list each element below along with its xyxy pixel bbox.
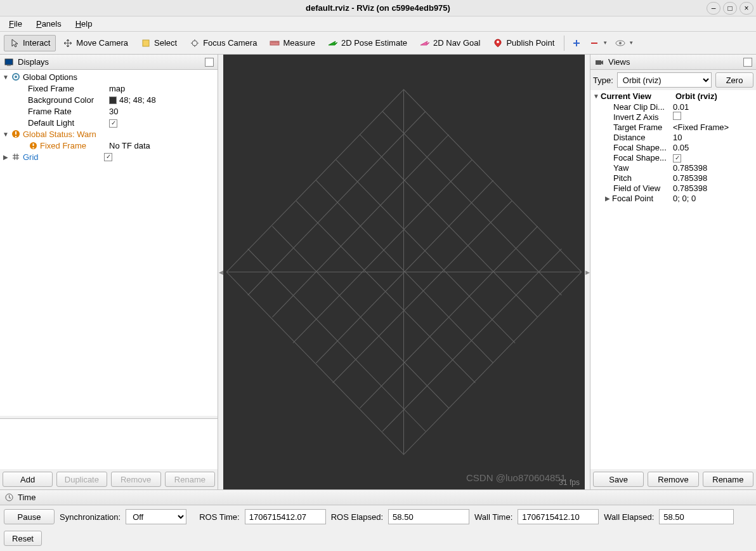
frame-rate-label[interactable]: Frame Rate — [0, 107, 109, 116]
default-light-label[interactable]: Default Light — [0, 118, 109, 128]
tool-nav-goal[interactable]: 2D Nav Goal — [414, 35, 486, 51]
svg-rect-11 — [15, 131, 16, 135]
add-button[interactable]: Add — [3, 472, 53, 487]
fixed-frame-label[interactable]: Fixed Frame — [0, 84, 109, 93]
views-title: Views — [608, 57, 630, 67]
menu-file[interactable]: File — [3, 18, 29, 30]
dropdown-icon: ▼ — [603, 40, 608, 46]
tool-measure-label: Measure — [283, 38, 315, 48]
target-frame-label[interactable]: Target Frame — [590, 123, 673, 132]
yaw-label[interactable]: Yaw — [590, 163, 673, 173]
viewport-container: 31 fps CSDN @luo870604851 — [223, 55, 585, 489]
expand-arrow[interactable]: ▶ — [3, 154, 9, 161]
tool-focus-camera[interactable]: Focus Camera — [184, 35, 263, 51]
ros-elapsed-input[interactable] — [388, 509, 469, 524]
remove-button[interactable]: Remove — [111, 472, 161, 487]
tool-measure[interactable]: Measure — [264, 35, 321, 51]
minimize-button[interactable]: – — [707, 2, 720, 15]
rename-button[interactable]: Rename — [165, 472, 215, 487]
fixed-frame-value[interactable]: map — [109, 84, 218, 93]
expand-arrow[interactable]: ▼ — [593, 93, 599, 100]
distance-value[interactable]: 10 — [673, 133, 756, 142]
displays-tree[interactable]: ▼ Global Options Fixed Framemap Backgrou… — [0, 70, 218, 416]
reset-button[interactable]: Reset — [4, 531, 42, 546]
target-frame-value[interactable]: <Fixed Frame> — [673, 123, 756, 132]
focal-shape-size-label[interactable]: Focal Shape... — [590, 143, 673, 152]
ros-elapsed-label: ROS Elapsed: — [331, 512, 383, 522]
views-remove-button[interactable]: Remove — [648, 472, 698, 487]
fov-label[interactable]: Field of View — [590, 183, 673, 193]
tool-remove-icon[interactable]: ▼ — [586, 35, 611, 51]
default-light-checkbox[interactable] — [109, 119, 117, 128]
svg-rect-15 — [32, 147, 34, 149]
pitch-label[interactable]: Pitch — [590, 173, 673, 183]
bg-color-label[interactable]: Background Color — [0, 95, 109, 105]
pitch-value[interactable]: 0.785398 — [673, 173, 756, 183]
global-options-label[interactable]: Global Options — [23, 72, 77, 82]
grid-label[interactable]: Grid — [23, 152, 104, 162]
move-icon — [63, 38, 73, 48]
view-type-select[interactable]: Orbit (rviz) — [617, 72, 712, 88]
tool-move-camera[interactable]: Move Camera — [57, 35, 134, 51]
invert-z-checkbox[interactable] — [673, 112, 681, 120]
focal-point-value[interactable]: 0; 0; 0 — [673, 194, 756, 203]
3d-viewport[interactable]: 31 fps CSDN @luo870604851 — [223, 55, 585, 489]
tool-pose-estimate[interactable]: 2D Pose Estimate — [322, 35, 413, 51]
displays-header[interactable]: Displays — [0, 55, 218, 70]
views-save-button[interactable]: Save — [593, 472, 644, 487]
invert-z-label[interactable]: Invert Z Axis — [590, 112, 673, 122]
collapse-right-handle[interactable]: ▶ — [585, 55, 590, 489]
close-button[interactable]: × — [740, 2, 753, 15]
sync-select[interactable]: Off — [126, 509, 186, 524]
tool-pose-estimate-label: 2D Pose Estimate — [341, 38, 407, 48]
ros-time-input[interactable] — [245, 509, 326, 524]
time-panel: Time Pause Synchronization: Off ROS Time… — [0, 489, 756, 551]
sync-label: Synchronization: — [60, 512, 121, 522]
displays-float-checkbox[interactable] — [205, 58, 214, 67]
time-header[interactable]: Time — [0, 490, 756, 505]
wall-time-input[interactable] — [518, 509, 599, 524]
svg-rect-6 — [5, 59, 13, 65]
expand-arrow[interactable]: ▼ — [3, 131, 9, 138]
status-fixed-frame-value[interactable]: No TF data — [109, 141, 218, 150]
near-clip-label[interactable]: Near Clip Di... — [590, 102, 673, 112]
pause-button[interactable]: Pause — [4, 509, 55, 524]
grid-checkbox[interactable] — [104, 153, 112, 161]
wall-time-label: Wall Time: — [474, 512, 512, 522]
wall-elapsed-input[interactable] — [659, 509, 734, 524]
expand-arrow[interactable]: ▼ — [3, 74, 9, 81]
views-tree[interactable]: ▼Current View Orbit (rviz) Near Clip Di.… — [590, 90, 756, 469]
window-title: default.rviz - RViz (on c599e4edb975) — [306, 3, 450, 13]
yaw-value[interactable]: 0.785398 — [673, 163, 756, 173]
tool-visibility-icon[interactable]: ▼ — [612, 35, 637, 51]
focal-shape-fixed-label[interactable]: Focal Shape... — [590, 153, 673, 163]
zero-button[interactable]: Zero — [715, 72, 753, 88]
distance-label[interactable]: Distance — [590, 133, 673, 142]
views-header[interactable]: Views — [590, 55, 756, 70]
focal-shape-size-value[interactable]: 0.05 — [673, 143, 756, 152]
tool-publish-point[interactable]: Publish Point — [487, 35, 560, 51]
global-status-label[interactable]: Global Status: Warn — [23, 129, 96, 139]
bg-color-value[interactable]: 48; 48; 48 — [109, 95, 218, 105]
fov-value[interactable]: 0.785398 — [673, 183, 756, 193]
menu-help[interactable]: Help — [69, 18, 99, 30]
displays-title: Displays — [18, 57, 49, 67]
current-view-label[interactable]: Current View — [601, 91, 651, 101]
wall-elapsed-label: Wall Elapsed: — [604, 512, 654, 522]
tool-add-icon[interactable] — [568, 35, 585, 51]
views-rename-button[interactable]: Rename — [703, 472, 753, 487]
maximize-button[interactable]: □ — [723, 2, 737, 15]
menu-panels[interactable]: Panels — [30, 18, 68, 30]
frame-rate-value[interactable]: 30 — [109, 107, 218, 116]
duplicate-button[interactable]: Duplicate — [56, 472, 107, 487]
status-fixed-frame-label[interactable]: Fixed Frame — [0, 140, 109, 150]
focal-point-label[interactable]: ▶Focal Point — [590, 194, 673, 203]
tool-interact[interactable]: Interact — [4, 35, 56, 51]
views-float-checkbox[interactable] — [743, 58, 752, 67]
near-clip-value[interactable]: 0.01 — [673, 102, 756, 112]
collapse-left-handle[interactable]: ◀ — [218, 55, 223, 489]
expand-arrow[interactable]: ▶ — [604, 195, 611, 202]
focal-shape-fixed-checkbox[interactable] — [673, 154, 681, 163]
current-view-value[interactable]: Orbit (rviz) — [675, 91, 756, 101]
tool-select[interactable]: Select — [135, 35, 183, 51]
